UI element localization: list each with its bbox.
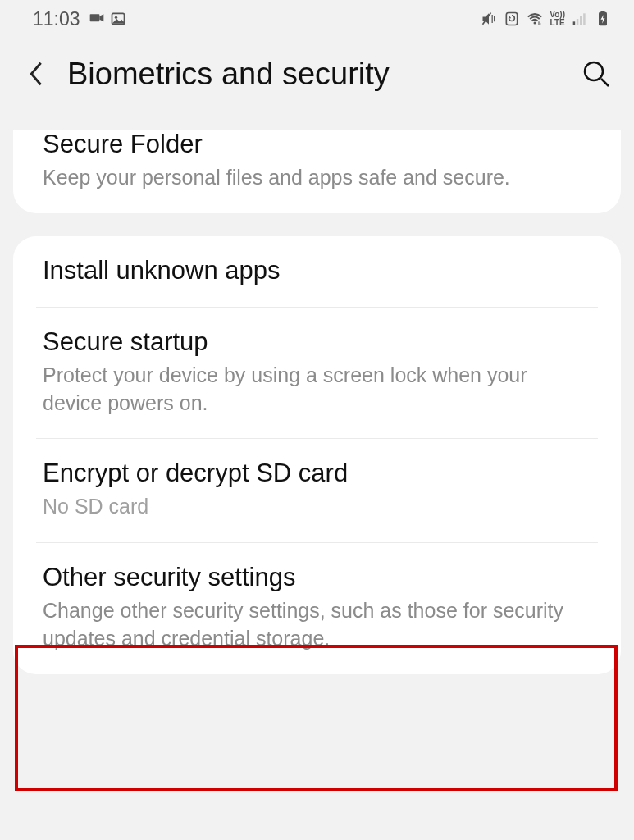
item-secure-folder[interactable]: Secure Folder Keep your personal files a… [13, 130, 621, 213]
item-title: Install unknown apps [43, 256, 591, 285]
search-button[interactable] [578, 56, 614, 92]
svg-point-2 [114, 16, 116, 19]
item-desc: Keep your personal files and apps safe a… [43, 164, 591, 192]
item-title: Encrypt or decrypt SD card [43, 459, 591, 488]
item-desc: Protect your device by using a screen lo… [43, 362, 591, 418]
item-desc: Change other security settings, such as … [43, 597, 591, 653]
svg-rect-6 [507, 13, 518, 25]
svg-rect-10 [580, 16, 582, 25]
item-secure-startup[interactable]: Secure startup Protect your device by us… [13, 308, 621, 439]
settings-content: Secure Folder Keep your personal files a… [0, 130, 634, 674]
data-saver-icon [504, 11, 520, 27]
item-encrypt-sd-card[interactable]: Encrypt or decrypt SD card No SD card [13, 439, 621, 542]
svg-rect-9 [577, 19, 579, 25]
signal-icon [572, 11, 588, 27]
image-icon [110, 11, 126, 27]
item-desc: No SD card [43, 493, 591, 521]
status-right: Vo))LTE [481, 11, 611, 27]
mute-vibrate-icon [481, 11, 497, 27]
volte-label: Vo))LTE [550, 11, 565, 27]
page-header: Biometrics and security [0, 34, 634, 113]
status-notif-icons [89, 11, 126, 27]
wifi-icon [527, 11, 543, 27]
item-title: Secure Folder [43, 130, 591, 159]
svg-point-7 [534, 22, 536, 25]
search-icon [582, 59, 611, 89]
message-icon [89, 11, 105, 27]
chevron-left-icon [26, 58, 46, 89]
svg-rect-0 [89, 14, 99, 21]
settings-card-2: Install unknown apps Secure startup Prot… [13, 236, 621, 674]
page-title: Biometrics and security [67, 57, 563, 92]
svg-rect-13 [601, 11, 605, 13]
svg-rect-11 [583, 13, 586, 25]
status-left: 11:03 [33, 8, 126, 30]
status-bar: 11:03 Vo))LTE [0, 0, 634, 34]
svg-rect-8 [573, 21, 576, 25]
back-button[interactable] [20, 57, 52, 90]
svg-point-14 [585, 62, 603, 80]
item-install-unknown-apps[interactable]: Install unknown apps [13, 236, 621, 307]
item-title: Secure startup [43, 327, 591, 357]
item-title: Other security settings [43, 563, 591, 592]
status-time: 11:03 [33, 8, 80, 30]
settings-card-1: Secure Folder Keep your personal files a… [13, 130, 621, 213]
svg-line-15 [601, 79, 609, 86]
item-other-security-settings[interactable]: Other security settings Change other sec… [13, 543, 621, 674]
battery-charging-icon [595, 11, 611, 27]
